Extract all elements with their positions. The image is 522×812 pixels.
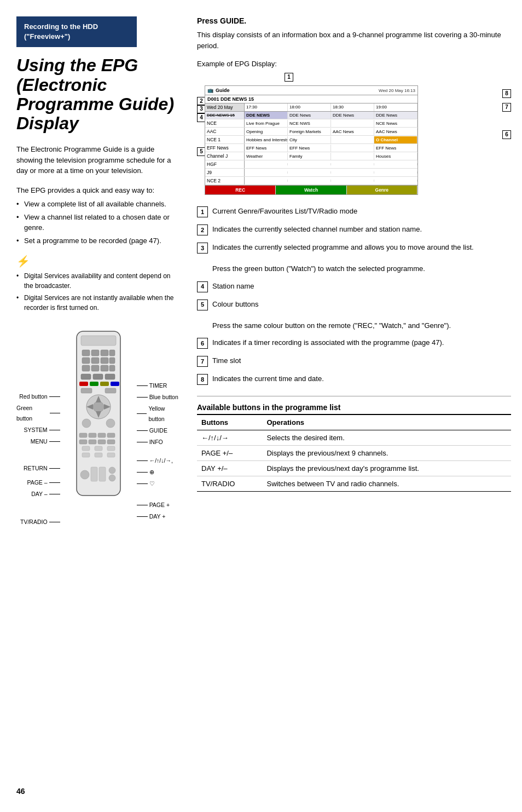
arrow-line — [137, 505, 148, 505]
arrow-line — [137, 483, 148, 484]
epg-prog-7-1 — [288, 171, 331, 174]
num-item-6: 6 Indicates if a timer recording is asso… — [197, 337, 511, 349]
epg-time-2: 18:00 — [288, 103, 331, 111]
svg-rect-16 — [105, 374, 115, 379]
list-item: Set a programme to be recorded (page 47)… — [16, 235, 181, 246]
label-arrows: ←/↑/↓/→, — [137, 456, 173, 466]
svg-rect-5 — [109, 350, 115, 356]
provides-intro: The EPG provides a quick and easy way to… — [16, 185, 181, 196]
recording-line1: Recording to the HDD — [24, 22, 98, 31]
callout-1: 1 — [285, 72, 293, 82]
svg-rect-14 — [81, 374, 91, 379]
svg-rect-47 — [99, 467, 106, 481]
table-row: TV/RADIO Switches between TV and radio c… — [197, 476, 511, 492]
label-page-plus: PAGE + — [137, 500, 170, 510]
op-page: Displays the previous/next 9 channels. — [262, 446, 511, 461]
svg-rect-40 — [95, 446, 102, 451]
epg-progs-7 — [245, 171, 417, 174]
epg-ch-2: AAC — [205, 128, 245, 135]
svg-rect-37 — [98, 440, 106, 444]
description1: The Electronic Programme Guide is a guid… — [16, 144, 181, 176]
callout-num-6: 6 — [502, 130, 511, 139]
svg-rect-4 — [101, 350, 108, 356]
epg-prog-2-0: Opening — [245, 128, 288, 135]
epg-prog-5-3: Houses — [374, 153, 417, 160]
epg-progs-3: Hobbies and Interests City O Channel — [245, 136, 417, 143]
svg-rect-6 — [82, 358, 90, 364]
btn-day: DAY +/– — [197, 461, 262, 476]
epg-row-4: EFF News EFF News EFF News EFF News — [205, 144, 417, 152]
svg-rect-7 — [91, 358, 99, 364]
col-buttons: Buttons — [197, 415, 262, 430]
svg-point-30 — [106, 419, 115, 428]
num-box-6: 6 — [197, 338, 208, 349]
epg-prog-0-0: DDE NEWS — [245, 112, 288, 119]
epg-progs-0: DDE NEWS DDE News DDE News DDE News — [245, 112, 417, 119]
svg-rect-11 — [91, 365, 99, 371]
epg-prog-3-3: O Channel — [374, 136, 417, 143]
op-tvradio: Switches between TV and radio channels. — [262, 476, 511, 492]
label-yellow-button: Yellow button — [137, 404, 181, 424]
num-text-4: Station name — [212, 281, 511, 292]
epg-times: 17:30 18:00 18:30 19:00 — [245, 103, 417, 111]
svg-rect-38 — [107, 440, 115, 444]
epg-prog-7-2 — [331, 171, 374, 174]
list-item: View a channel list related to a chosen … — [16, 212, 181, 233]
svg-rect-35 — [79, 440, 87, 444]
svg-rect-1 — [81, 336, 116, 345]
epg-prog-5-1: Family — [288, 153, 331, 160]
label-timer: TIMER — [137, 381, 167, 391]
op-arrows: Selects the desired item. — [262, 430, 511, 446]
right-column: Press GUIDE. This display consists of an… — [192, 16, 511, 796]
svg-rect-34 — [107, 433, 115, 437]
arrow-line — [49, 468, 60, 469]
epg-ch-5: Channel J — [205, 152, 245, 160]
epg-footer: REC Watch Genre — [205, 185, 417, 194]
num-box-3: 3 — [197, 243, 208, 254]
epg-btn-watch[interactable]: Watch — [276, 186, 346, 194]
epg-prog-0-2: DDE News — [331, 112, 374, 119]
epg-prog-0-1: DDE News — [288, 112, 331, 119]
label-day-minus: DAY – — [31, 489, 60, 499]
num-item-3: 3 Indicates the currently selected progr… — [197, 242, 511, 274]
arrow-line — [49, 396, 60, 397]
epg-prog-1-0: Live from Prague — [245, 120, 288, 127]
num-text-8: Indicates the current time and date. — [212, 373, 511, 384]
label-system: SYSTEM — [24, 425, 60, 435]
remote-svg — [66, 326, 131, 502]
label-tvradio: TV/RADIO — [20, 517, 60, 527]
epg-prog-2-1: Foreign Markets — [288, 128, 331, 135]
epg-ch-7: J9 — [205, 169, 245, 176]
arrow-line — [137, 430, 148, 431]
svg-rect-2 — [82, 350, 90, 356]
svg-rect-19 — [100, 382, 109, 386]
epg-grid: 📺 Guide Wed 20 May 16:13 D001 DDE NEWS 1… — [205, 85, 418, 195]
svg-rect-36 — [89, 440, 96, 444]
epg-ch-4: EFF News — [205, 144, 245, 152]
epg-progs-6 — [245, 163, 417, 165]
epg-row-6: HGF — [205, 160, 417, 169]
epg-prog-7-3 — [374, 171, 417, 174]
arrow-line — [137, 472, 148, 473]
epg-btn-genre[interactable]: Genre — [347, 186, 417, 194]
epg-ch-0: DDE NEWS 15 — [205, 112, 245, 119]
arrow-line — [137, 516, 148, 517]
svg-point-24 — [93, 401, 104, 412]
num-text-6: Indicates if a timer recording is associ… — [212, 337, 511, 348]
num-box-5: 5 — [197, 300, 208, 310]
page-number: 46 — [16, 787, 25, 796]
svg-rect-20 — [111, 382, 119, 386]
label-page-minus: PAGE – — [27, 477, 60, 488]
note-icon: ⚡ — [16, 255, 181, 268]
table-header-row: Buttons Operations — [197, 415, 511, 430]
epg-prog-4-2 — [331, 145, 374, 152]
label-info: INFO — [137, 437, 163, 447]
svg-point-45 — [80, 470, 89, 479]
recording-box: Recording to the HDD ("Freeview+") — [16, 16, 137, 47]
epg-btn-rec[interactable]: REC — [205, 186, 276, 194]
epg-row-1: NCE Live from Prague NCE NWS NCE News — [205, 119, 417, 128]
callout-num-7: 7 — [502, 103, 511, 112]
epg-time-ch-col: Wed 20 May — [205, 103, 245, 111]
epg-guide-label: Guide — [216, 88, 379, 93]
epg-prog-8-2 — [331, 180, 374, 182]
